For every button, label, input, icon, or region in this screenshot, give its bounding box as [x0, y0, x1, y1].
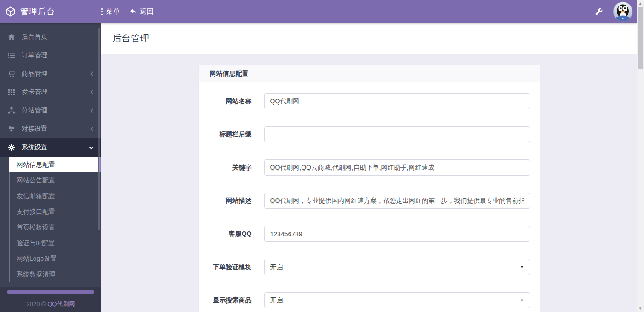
brand-title: 管理后台: [20, 6, 55, 17]
show-search-select-value: 开启: [270, 296, 283, 305]
sidebar-item-label: 后台首页: [22, 33, 47, 41]
gear-icon: [7, 144, 16, 151]
site-info-panel: 网站信息配置 网站名称 标题栏后缀 关键字 网站描述: [199, 65, 540, 312]
scrollbar-down-arrow[interactable]: ▼: [637, 305, 644, 312]
submenu-item-site-info[interactable]: 网站信息配置: [9, 157, 98, 172]
content-area: 网站信息配置 网站名称 标题栏后缀 关键字 网站描述: [101, 54, 637, 312]
submenu-item-mail-config[interactable]: 发信邮箱配置: [0, 188, 101, 204]
copyright-brand-link[interactable]: QQ代刷网: [47, 300, 75, 307]
sidebar-item-label: 对接设置: [22, 125, 47, 133]
sidebar-item-products[interactable]: 商品管理: [0, 65, 101, 83]
back-button-label: 返回: [140, 7, 154, 16]
scrollbar-up-arrow[interactable]: ▲: [637, 0, 644, 7]
sidebar-item-label: 订单管理: [22, 51, 47, 59]
select-caret-icon: ▼: [520, 298, 524, 303]
sitemap-icon: [7, 107, 16, 114]
coins-icon: [7, 125, 16, 133]
back-button[interactable]: 返回: [130, 7, 154, 16]
submenu-item-site-logo[interactable]: 网站Logo设置: [0, 251, 101, 266]
sidebar-progress-bar: [7, 290, 94, 294]
submenu-item-site-notice[interactable]: 网站公告配置: [0, 172, 101, 188]
sidebar-footer: 2020 © QQ代刷网: [0, 287, 101, 312]
field-label-keywords: 关键字: [199, 164, 252, 172]
app-root: 管理后台 菜单 返回: [0, 0, 637, 312]
brand: 管理后台: [0, 6, 101, 17]
form-row: 关键字: [199, 159, 540, 176]
header-right: [595, 1, 637, 22]
sidebar-item-label: 发卡管理: [22, 88, 47, 96]
system-settings-submenu: 网站信息配置 网站公告配置 发信邮箱配置 支付接口配置 首页模板设置 验证与IP…: [0, 157, 101, 282]
field-label-title-suffix: 标题栏后缀: [199, 130, 252, 139]
wrench-icon[interactable]: [595, 8, 603, 16]
grid-icon: [7, 88, 16, 96]
sidebar-scrollbar-thumb[interactable]: [98, 28, 100, 230]
chevron-left-icon: [90, 126, 94, 132]
sidebar-item-home[interactable]: 后台首页: [0, 28, 101, 46]
submenu-item-data-clean[interactable]: 系统数据清理: [0, 266, 101, 282]
sidebar: 后台首页 订单管理: [0, 23, 101, 312]
cart-icon: [7, 70, 16, 77]
page-scrollbar[interactable]: ▲ ▼: [637, 0, 644, 312]
submenu-item-home-template[interactable]: 首页模板设置: [0, 219, 101, 235]
sidebar-item-label: 分站管理: [22, 106, 47, 115]
field-label-description: 网站描述: [199, 197, 252, 205]
show-search-select[interactable]: 开启 ▼: [264, 292, 530, 308]
submenu-item-verify-ip[interactable]: 验证与IP配置: [0, 235, 101, 251]
home-icon: [7, 33, 16, 41]
copyright: 2020 © QQ代刷网: [0, 300, 101, 308]
scrollbar-thumb[interactable]: [638, 7, 643, 69]
form-row: 显示搜索商品 开启 ▼: [199, 292, 540, 308]
order-verify-select-value: 开启: [270, 263, 283, 271]
form-row: 网站描述: [199, 193, 540, 209]
chevron-left-icon: [90, 108, 94, 113]
field-label-service-qq: 客服QQ: [199, 230, 252, 238]
service-qq-input[interactable]: [264, 226, 530, 242]
form-row: 下单验证模块 开启 ▼: [199, 259, 540, 275]
field-label-order-verify: 下单验证模块: [199, 263, 252, 271]
cube-icon: [6, 6, 16, 17]
field-label-show-search: 显示搜索商品: [199, 296, 252, 305]
field-label-site-name: 网站名称: [199, 97, 252, 106]
select-caret-icon: ▼: [520, 265, 524, 270]
menu-dots-icon: [101, 7, 103, 16]
form-row: 客服QQ: [199, 226, 540, 242]
top-header: 管理后台 菜单 返回: [0, 0, 637, 23]
panel-title: 网站信息配置: [199, 65, 540, 82]
chevron-down-icon: [88, 146, 94, 150]
page-title: 后台管理: [101, 32, 149, 45]
menu-button-label: 菜单: [106, 7, 120, 16]
back-icon: [130, 8, 137, 15]
sidebar-item-label: 系统设置: [22, 143, 47, 152]
order-verify-select[interactable]: 开启 ▼: [264, 259, 530, 275]
site-description-input[interactable]: [264, 193, 530, 209]
sidebar-item-label: 商品管理: [22, 70, 47, 78]
sidebar-item-orders[interactable]: 订单管理: [0, 46, 101, 65]
sidebar-item-cards[interactable]: 发卡管理: [0, 83, 101, 101]
top-nav: 菜单 返回: [101, 7, 164, 16]
panel-body: 网站名称 标题栏后缀 关键字 网站描述 客服QQ: [199, 82, 540, 312]
keywords-input[interactable]: [264, 159, 530, 176]
copyright-year: 2020 ©: [27, 300, 48, 307]
chevron-left-icon: [90, 71, 94, 77]
title-suffix-input[interactable]: [264, 126, 530, 142]
sidebar-item-system-settings[interactable]: 系统设置: [0, 138, 101, 157]
sidebar-item-docking[interactable]: 对接设置: [0, 120, 101, 138]
form-row: 标题栏后缀: [199, 126, 540, 142]
menu-button[interactable]: 菜单: [101, 7, 120, 16]
sidebar-item-substations[interactable]: 分站管理: [0, 101, 101, 120]
form-row: 网站名称: [199, 93, 540, 109]
page-head: 后台管理: [101, 23, 637, 54]
sidebar-nav: 后台首页 订单管理: [0, 23, 101, 282]
list-icon: [7, 52, 16, 59]
qq-avatar[interactable]: [613, 1, 633, 22]
submenu-item-payment-config[interactable]: 支付接口配置: [0, 204, 101, 219]
chevron-left-icon: [90, 89, 94, 95]
site-name-input[interactable]: [264, 93, 530, 109]
